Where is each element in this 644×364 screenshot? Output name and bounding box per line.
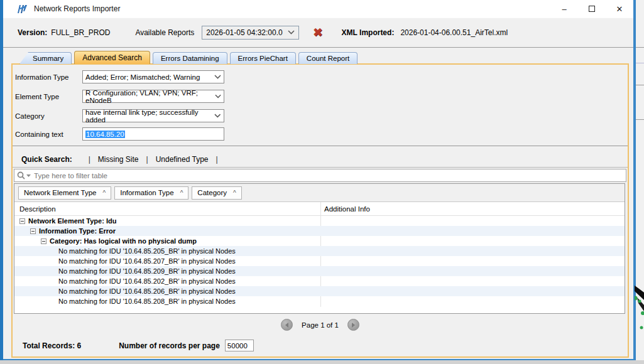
sort-caret-icon[interactable]: ^ xyxy=(180,190,183,196)
tab-errors-piechart[interactable]: Errors PieChart xyxy=(230,52,296,64)
table-row[interactable]: No matching for IDU '10.64.85.202_BR' in… xyxy=(14,276,625,286)
next-page-button[interactable] xyxy=(347,319,359,331)
table-row[interactable]: Information Type: Error xyxy=(14,226,625,236)
separator xyxy=(13,146,628,146)
category-label: Category xyxy=(15,112,82,120)
maximize-button[interactable] xyxy=(578,0,606,18)
element-type-label: Element Type xyxy=(15,93,82,100)
column-header-description[interactable]: Description xyxy=(14,205,320,213)
app-logo-icon xyxy=(17,4,28,14)
quick-search-label: Quick Search: xyxy=(21,155,72,164)
information-type-label: Information Type xyxy=(15,73,82,81)
separator-pipe: | xyxy=(146,155,148,164)
xml-imported-label: XML Imported: xyxy=(342,28,395,37)
separator-pipe: | xyxy=(216,155,217,164)
chip-label: Network Element Type xyxy=(24,189,96,196)
quick-search-missing-site[interactable]: Missing Site xyxy=(98,155,139,164)
collapse-icon[interactable] xyxy=(19,218,25,224)
tab-count-report[interactable]: Count Report xyxy=(298,52,357,64)
grouping-chips-row: Network Element Type ^ Information Type … xyxy=(14,184,625,202)
table-row[interactable]: No matching for IDU '10.64.85.209_BR' in… xyxy=(14,266,625,276)
available-reports-value: 2026-01-05 04:32:00.0 xyxy=(206,28,282,37)
form-row-information-type: Information Type Added; Error; Mismatche… xyxy=(15,70,224,83)
containing-text-value: 10.64.85.20 xyxy=(85,131,125,138)
sort-caret-icon[interactable]: ^ xyxy=(233,190,236,196)
filter-input[interactable] xyxy=(34,172,623,179)
table-row[interactable]: Category: Has logical with no physical d… xyxy=(14,236,625,246)
row-text: No matching for IDU '10.64.85.202_BR' in… xyxy=(58,277,236,285)
row-text: No matching for IDU '10.64.85.205_BR' in… xyxy=(58,247,236,255)
category-select[interactable]: have internal link type; successfully ad… xyxy=(82,109,224,122)
form-row-containing-text: Containing text 10.64.85.20 xyxy=(15,127,224,141)
previous-page-button[interactable] xyxy=(281,319,293,331)
table-row[interactable]: No matching for IDU '10.64.85.208_BR' in… xyxy=(14,296,625,306)
minimize-button[interactable]: – xyxy=(550,0,578,18)
row-text: Information Type: Error xyxy=(39,227,116,235)
containing-text-label: Containing text xyxy=(15,131,82,138)
group-chip-information-type[interactable]: Information Type ^ xyxy=(114,186,188,200)
quick-search-bar: Quick Search: | Missing Site | Undefined… xyxy=(21,153,226,166)
next-page-icon xyxy=(352,323,355,328)
information-type-value: Added; Error; Mismatched; Warning xyxy=(85,73,200,81)
row-text: No matching for IDU '10.64.85.208_BR' in… xyxy=(58,297,236,305)
form-row-category: Category have internal link type; succes… xyxy=(15,109,224,122)
separator xyxy=(13,167,628,168)
quick-search-undefined-type[interactable]: Undefined Type xyxy=(156,155,209,164)
information-type-select[interactable]: Added; Error; Mismatched; Warning xyxy=(82,70,224,83)
xml-imported-value: 2026-01-04-06.00.51_AirTel.xml xyxy=(400,28,508,37)
chevron-down-icon xyxy=(215,94,221,99)
table-filter-field[interactable] xyxy=(14,169,626,182)
collapse-icon[interactable] xyxy=(30,228,36,234)
desktop-bottom-strip xyxy=(0,360,644,364)
available-reports-select[interactable]: 2026-01-05 04:32:00.0 xyxy=(202,26,298,40)
tab-errors-datamining[interactable]: Errors Datamining xyxy=(153,52,227,64)
element-type-value: R Configuration; VLAN; VPN; VRF; eNodeB xyxy=(85,89,215,104)
maximize-icon xyxy=(589,6,595,12)
window-title: Network Reports Importer xyxy=(34,4,120,13)
table-row[interactable]: Network Element Type: Idu xyxy=(14,216,625,226)
filter-options-chevron-icon[interactable] xyxy=(26,174,31,177)
row-text: Category: Has logical with no physical d… xyxy=(50,237,197,245)
app-window: Network Reports Importer – ✕ Version: FU… xyxy=(3,0,635,360)
table-row[interactable]: No matching for IDU '10.64.85.207_BR' in… xyxy=(14,256,625,266)
search-icon xyxy=(17,171,26,180)
chevron-down-icon xyxy=(214,114,221,118)
column-header-additional-info[interactable]: Additional Info xyxy=(320,205,370,213)
records-per-page-input[interactable] xyxy=(225,340,254,351)
delete-report-button[interactable]: ✖ xyxy=(313,26,323,38)
results-table: Network Element Type ^ Information Type … xyxy=(14,183,625,314)
available-reports-label: Available Reports xyxy=(135,28,194,37)
close-button[interactable]: ✕ xyxy=(606,0,633,18)
tab-summary[interactable]: Summary xyxy=(19,52,72,64)
table-footer: Total Records: 6 Number of records per p… xyxy=(23,340,254,351)
containing-text-input[interactable]: 10.64.85.20 xyxy=(82,127,224,141)
records-per-page-label: Number of records per page xyxy=(119,341,220,350)
advanced-search-panel: Information Type Added; Error; Mismatche… xyxy=(11,63,629,358)
chip-label: Category xyxy=(197,189,227,196)
pagination: Page 1 of 1 xyxy=(13,319,628,331)
total-records-label: Total Records: 6 xyxy=(23,341,81,350)
element-type-select[interactable]: R Configuration; VLAN; VPN; VRF; eNodeB xyxy=(82,90,224,103)
version-value: FULL_BR_PROD xyxy=(51,28,110,37)
table-header-row: Description Additional Info xyxy=(14,202,625,216)
category-value: have internal link type; successfully ad… xyxy=(85,109,214,124)
separator-pipe: | xyxy=(89,155,90,164)
version-label: Version: xyxy=(18,28,47,37)
row-text: No matching for IDU '10.64.85.209_BR' in… xyxy=(58,267,236,275)
page-indicator: Page 1 of 1 xyxy=(302,321,339,329)
chevron-down-icon xyxy=(214,75,221,79)
group-chip-network-element-type[interactable]: Network Element Type ^ xyxy=(18,186,111,200)
table-row[interactable]: No matching for IDU '10.64.85.206_BR' in… xyxy=(14,286,625,296)
form-row-element-type: Element Type R Configuration; VLAN; VPN;… xyxy=(15,90,224,103)
table-row[interactable]: No matching for IDU '10.64.85.205_BR' in… xyxy=(14,246,625,256)
sort-caret-icon[interactable]: ^ xyxy=(102,190,106,196)
titlebar: Network Reports Importer – ✕ xyxy=(3,0,633,18)
row-text: No matching for IDU '10.64.85.207_BR' in… xyxy=(58,257,236,265)
row-text: Network Element Type: Idu xyxy=(28,217,116,225)
chip-label: Information Type xyxy=(120,189,173,196)
collapse-icon[interactable] xyxy=(41,238,46,244)
row-text: No matching for IDU '10.64.85.206_BR' in… xyxy=(58,287,236,295)
tab-advanced-search[interactable]: Advanced Search xyxy=(74,51,150,64)
chevron-down-icon xyxy=(288,30,295,35)
group-chip-category[interactable]: Category ^ xyxy=(192,186,241,200)
